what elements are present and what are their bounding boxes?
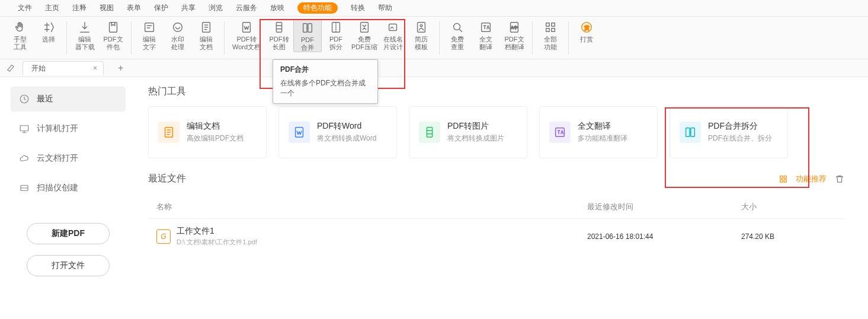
tab-start[interactable]: 开始 × <box>23 61 104 75</box>
cloud-icon <box>19 153 30 164</box>
sidebar-item-scanner-create[interactable]: 扫描仪创建 <box>11 176 126 200</box>
file-name: 工作文件1 <box>177 226 257 237</box>
menu-2[interactable]: 注释 <box>72 3 87 13</box>
col-name: 名称 <box>156 202 587 212</box>
tool-hand-tool[interactable]: 手型 工具 <box>6 19 34 51</box>
card-desc: 多功能精准翻译 <box>578 133 627 143</box>
tool-editor-download[interactable]: 编辑 器下载 <box>71 19 99 51</box>
tool-label: 在线名 片设计 <box>383 36 403 51</box>
sidebar-item-cloud-open[interactable]: 云文档打开 <box>11 146 126 171</box>
tool-edit-text[interactable]: 编辑 文字 <box>135 19 164 51</box>
recent-files-title: 最近文件 <box>148 173 186 185</box>
trash-icon[interactable] <box>835 174 844 184</box>
tool-reward[interactable]: 赏打赏 <box>572 19 601 43</box>
col-size: 大小 <box>741 202 836 212</box>
tool-pdf2word[interactable]: PDF转 Word文档 <box>228 19 265 51</box>
grid-icon[interactable] <box>779 175 787 183</box>
new-pdf-button[interactable]: 新建PDF <box>27 223 110 244</box>
menu-8[interactable]: 云服务 <box>236 3 257 13</box>
sign-icon <box>386 20 400 34</box>
file-size: 274.20 KB <box>741 232 836 241</box>
card-fulltrans[interactable]: 全文翻译多功能精准翻译 <box>539 106 658 158</box>
tool-pdf-doc-trans[interactable]: A中PDF文 档翻译 <box>500 19 529 51</box>
tool-label: 免费 查重 <box>451 36 464 51</box>
menu-3[interactable]: 视图 <box>100 3 114 13</box>
tool-free-compress[interactable]: 免费 PDF压缩 <box>350 19 379 51</box>
menu-10[interactable]: 特色功能 <box>297 2 338 14</box>
tool-label: 选择 <box>42 36 55 43</box>
tool-fulltext-trans[interactable]: 全文 翻译 <box>472 19 500 51</box>
eraser-icon[interactable] <box>6 63 15 73</box>
tool-pdf-merge[interactable]: PDF 合并 <box>293 19 322 52</box>
card-mergesplit[interactable]: PDF合并拆分PDF在线合并、拆分 <box>670 106 788 158</box>
card-edit[interactable]: 编辑文档高效编辑PDF文档 <box>148 106 267 158</box>
open-file-button[interactable]: 打开文件 <box>27 255 110 276</box>
tool-online-sign[interactable]: 在线名 片设计 <box>379 19 407 51</box>
sidebar-item-recent[interactable]: 最近 <box>11 87 126 111</box>
svg-rect-18 <box>552 23 555 27</box>
menu-9[interactable]: 放映 <box>270 3 284 13</box>
tool-label: 编辑 文字 <box>143 36 156 51</box>
menu-7[interactable]: 浏览 <box>209 3 223 13</box>
tool-free-dedup[interactable]: 免费 查重 <box>443 19 472 51</box>
tool-edit-doc[interactable]: 编辑 文档 <box>192 19 220 51</box>
svg-rect-32 <box>780 176 783 178</box>
svg-rect-6 <box>303 24 307 33</box>
recent-header: 最近文件 功能推荐 <box>148 173 844 185</box>
clock-icon <box>19 94 30 104</box>
edittext-icon <box>142 20 156 34</box>
recent-header-right: 功能推荐 <box>779 174 844 184</box>
editdoc-icon <box>199 20 213 34</box>
tool-pdf-split[interactable]: PDF 拆分 <box>322 19 350 51</box>
tool-pdf-pkg[interactable]: PDF文 件包 <box>99 19 127 51</box>
sidebar-item-computer-open[interactable]: 计算机打开 <box>11 116 126 141</box>
svg-rect-1 <box>145 23 154 32</box>
close-icon[interactable]: × <box>93 64 97 72</box>
card-toword[interactable]: PDF转Word将文档转换成Word <box>278 106 397 158</box>
tool-pdf2longimg[interactable]: PDF转 长图 <box>265 19 293 51</box>
split-icon <box>329 20 343 34</box>
tool-label: PDF转 Word文档 <box>232 36 261 51</box>
card-title: PDF合并拆分 <box>708 121 772 132</box>
card-title: 编辑文档 <box>187 121 244 132</box>
menu-12[interactable]: 帮助 <box>378 3 392 13</box>
menu-1[interactable]: 主页 <box>45 3 59 13</box>
tool-label: 全部 功能 <box>544 36 557 51</box>
menu-6[interactable]: 共享 <box>181 3 196 13</box>
menu-11[interactable]: 转换 <box>351 3 365 13</box>
menu-0[interactable]: 文件 <box>18 3 32 13</box>
col-time: 最近修改时间 <box>587 202 741 212</box>
menu-5[interactable]: 保护 <box>154 3 168 13</box>
new-tab-button[interactable]: + <box>118 63 123 74</box>
svg-rect-9 <box>361 23 369 33</box>
toolbar-separator <box>532 21 533 55</box>
svg-point-13 <box>454 24 460 30</box>
svg-rect-35 <box>784 180 786 182</box>
scanner-icon <box>19 183 30 193</box>
toolbar-separator <box>131 21 132 55</box>
toolbar-separator <box>439 21 440 55</box>
svg-point-2 <box>174 23 182 32</box>
file-path: D:\ 文档\素材\工作文件1.pdf <box>177 238 257 247</box>
card-title: PDF转图片 <box>447 121 504 132</box>
tool-label: 免费 PDF压缩 <box>351 36 377 51</box>
tool-resume-tpl[interactable]: 简历 模板 <box>407 19 435 51</box>
tool-select-tool[interactable]: 选择 <box>34 19 63 43</box>
filepkg-icon <box>106 20 120 34</box>
svg-rect-0 <box>110 23 117 33</box>
file-row[interactable]: G工作文件1D:\ 文档\素材\工作文件1.pdf2021-06-16 18:0… <box>148 218 844 254</box>
sidebar: 最近计算机打开云文档打开扫描仪创建新建PDF打开文件 <box>0 77 136 319</box>
svg-rect-34 <box>780 180 783 182</box>
tool-all-funcs[interactable]: 全部 功能 <box>536 19 565 51</box>
svg-point-12 <box>420 24 422 27</box>
tool-watermark[interactable]: 水印 处理 <box>164 19 192 51</box>
download-icon <box>78 20 92 34</box>
svg-rect-24 <box>20 126 28 131</box>
card-desc: PDF在线合并、拆分 <box>708 133 772 143</box>
menu-4[interactable]: 表单 <box>127 3 141 13</box>
func-recommend-link[interactable]: 功能推荐 <box>796 174 827 184</box>
sidebar-item-label: 计算机打开 <box>37 123 78 134</box>
content-area: 最近计算机打开云文档打开扫描仪创建新建PDF打开文件 热门工具 编辑文档高效编辑… <box>0 77 868 319</box>
card-toimg[interactable]: PDF转图片将文档转换成图片 <box>409 106 527 158</box>
editdoc-icon <box>158 122 180 143</box>
